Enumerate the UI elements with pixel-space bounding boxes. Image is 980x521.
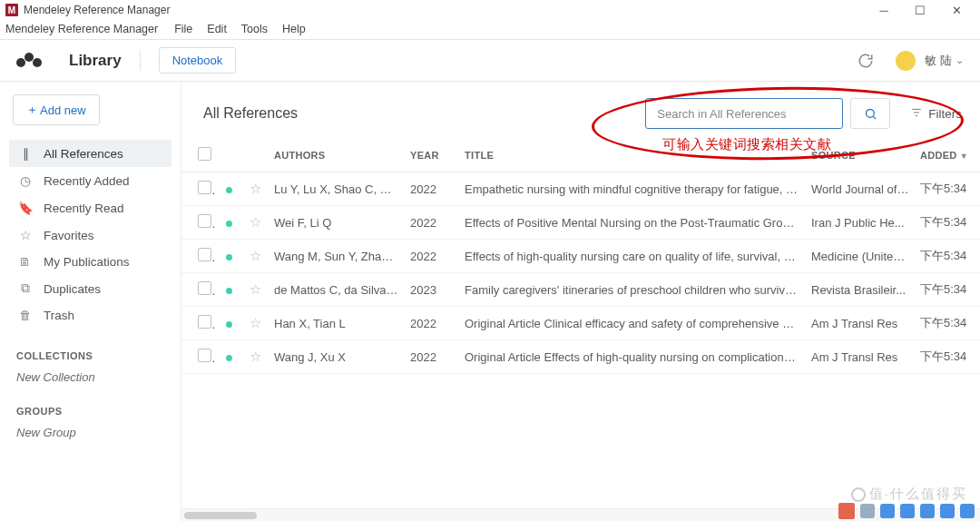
library-label[interactable]: Library xyxy=(69,52,122,70)
cell-added: 下午5:34 xyxy=(915,307,980,340)
cell-title: Effects of high-quality nursing care on … xyxy=(459,240,806,273)
favorite-star-icon[interactable]: ☆ xyxy=(250,281,261,297)
nav-icon: 🔖 xyxy=(18,201,33,215)
table-row[interactable]: ☆de Mattos C, da Silva L...2023Family ca… xyxy=(181,273,980,307)
nav-label: Recently Added xyxy=(44,174,130,188)
table-row[interactable]: ☆Lu Y, Lu X, Shao C, W...2022Empathetic … xyxy=(181,172,980,206)
col-header-year[interactable]: YEAR xyxy=(405,140,459,172)
sidebar-nav: ∥All References◷Recently Added🔖Recently … xyxy=(9,140,172,329)
content-title: All References xyxy=(203,105,298,122)
tray-icon[interactable] xyxy=(860,504,875,518)
tray-icon[interactable] xyxy=(880,504,895,518)
col-header-title[interactable]: TITLE xyxy=(459,140,806,172)
col-header-added[interactable]: ADDED▼ xyxy=(915,140,980,172)
new-group-link[interactable]: New Group xyxy=(16,426,172,439)
col-header-authors[interactable]: AUTHORS xyxy=(269,140,405,172)
add-new-button[interactable]: ＋ Add new xyxy=(13,94,100,125)
sort-desc-icon: ▼ xyxy=(960,152,968,161)
filter-icon xyxy=(910,106,923,122)
favorite-star-icon[interactable]: ☆ xyxy=(250,248,261,263)
cell-authors: Wei F, Li Q xyxy=(269,206,405,240)
table-row[interactable]: ☆Wei F, Li Q2022Effects of Positive Ment… xyxy=(181,206,980,240)
favorite-star-icon[interactable]: ☆ xyxy=(250,315,261,330)
table-row[interactable]: ☆Han X, Tian L2022Original Article Clini… xyxy=(181,307,980,340)
filters-button[interactable]: Filters xyxy=(910,106,962,122)
table-header-row: AUTHORS YEAR TITLE SOURCE ADDED▼ xyxy=(181,140,980,172)
tray-icon[interactable] xyxy=(838,503,855,519)
nav-label: Recently Read xyxy=(44,202,124,215)
cell-year: 2022 xyxy=(405,172,459,206)
username-label[interactable]: 敏 陆 xyxy=(925,53,952,69)
references-table: AUTHORS YEAR TITLE SOURCE ADDED▼ ☆Lu Y, … xyxy=(181,140,980,374)
search-button[interactable] xyxy=(850,98,890,129)
favorite-star-icon[interactable]: ☆ xyxy=(250,181,261,196)
sidebar-item-trash[interactable]: 🗑Trash xyxy=(9,302,172,329)
cell-authors: Wang J, Xu X xyxy=(269,340,405,374)
window-maximize-button[interactable]: ☐ xyxy=(902,0,938,20)
favorite-star-icon[interactable]: ☆ xyxy=(250,349,261,364)
cell-year: 2022 xyxy=(405,240,459,273)
mendeley-logo-icon: M xyxy=(5,4,18,16)
collections-heading: COLLECTIONS xyxy=(16,350,172,361)
col-header-source[interactable]: SOURCE xyxy=(806,140,915,172)
menu-help[interactable]: Help xyxy=(277,21,311,37)
window-close-button[interactable]: ✕ xyxy=(938,0,975,20)
cell-source: Revista Brasileir... xyxy=(806,273,915,307)
cell-source: Am J Transl Res xyxy=(806,340,915,374)
search-icon xyxy=(864,107,877,121)
table-row[interactable]: ☆Wang M, Sun Y, Zhang...2022Effects of h… xyxy=(181,240,980,273)
content-pane: All References Filters 可输入关键词搜索相关文献 xyxy=(181,82,980,521)
notebook-button[interactable]: Notebook xyxy=(159,47,237,74)
tray-icon[interactable] xyxy=(960,504,975,518)
tray-icon[interactable] xyxy=(900,504,915,518)
sidebar-item-duplicates[interactable]: ⧉Duplicates xyxy=(9,275,172,302)
search-input[interactable] xyxy=(645,98,843,129)
cell-authors: Wang M, Sun Y, Zhang... xyxy=(269,240,405,273)
nav-label: Duplicates xyxy=(44,282,101,296)
app-header: Library Notebook 敏 陆 ⌄ xyxy=(0,40,980,82)
tray-icon[interactable] xyxy=(920,504,935,518)
row-checkbox[interactable] xyxy=(198,349,211,362)
scrollbar-thumb[interactable] xyxy=(184,512,257,519)
sidebar-item-my-publications[interactable]: 🗎My Publications xyxy=(9,249,172,275)
cell-source: Iran J Public He... xyxy=(806,206,915,240)
cell-year: 2023 xyxy=(405,273,459,307)
watermark: 值·什么值得买 xyxy=(851,486,967,503)
menu-tools[interactable]: Tools xyxy=(236,21,273,37)
user-avatar[interactable] xyxy=(896,51,916,71)
favorite-star-icon[interactable]: ☆ xyxy=(250,214,261,230)
row-checkbox[interactable] xyxy=(198,315,211,329)
nav-icon: ☆ xyxy=(18,228,33,242)
nav-label: Trash xyxy=(44,309,74,322)
sidebar-item-favorites[interactable]: ☆Favorites xyxy=(9,221,172,249)
cell-title: Original Article Clinical efficacy and s… xyxy=(459,307,806,340)
sidebar-item-recently-added[interactable]: ◷Recently Added xyxy=(9,167,172,194)
svg-point-0 xyxy=(866,109,874,117)
sidebar: ＋ Add new ∥All References◷Recently Added… xyxy=(0,82,181,521)
system-tray xyxy=(838,503,975,519)
nav-label: Favorites xyxy=(44,229,94,242)
cell-authors: de Mattos C, da Silva L... xyxy=(269,273,405,307)
cell-year: 2022 xyxy=(405,307,459,340)
divider xyxy=(140,51,141,71)
row-checkbox[interactable] xyxy=(198,214,211,228)
unread-dot-icon xyxy=(226,321,232,328)
cell-title: Effects of Positive Mental Nursing on th… xyxy=(459,206,806,240)
sync-icon[interactable] xyxy=(858,53,874,69)
menu-file[interactable]: File xyxy=(169,21,198,37)
svg-line-1 xyxy=(873,116,876,119)
sidebar-item-recently-read[interactable]: 🔖Recently Read xyxy=(9,194,172,221)
row-checkbox[interactable] xyxy=(198,181,211,194)
window-minimize-button[interactable]: ─ xyxy=(866,0,902,20)
nav-icon: ◷ xyxy=(18,173,33,188)
row-checkbox[interactable] xyxy=(198,248,211,261)
table-row[interactable]: ☆Wang J, Xu X2022Original Article Effect… xyxy=(181,340,980,374)
new-collection-link[interactable]: New Collection xyxy=(16,370,172,384)
menu-edit[interactable]: Edit xyxy=(201,21,232,37)
tray-icon[interactable] xyxy=(940,504,955,518)
cell-title: Family caregivers' itineraries of presch… xyxy=(459,273,806,307)
select-all-checkbox[interactable] xyxy=(198,147,211,161)
row-checkbox[interactable] xyxy=(198,281,211,295)
user-menu-chevron-icon[interactable]: ⌄ xyxy=(956,54,964,66)
sidebar-item-all-references[interactable]: ∥All References xyxy=(9,140,172,167)
